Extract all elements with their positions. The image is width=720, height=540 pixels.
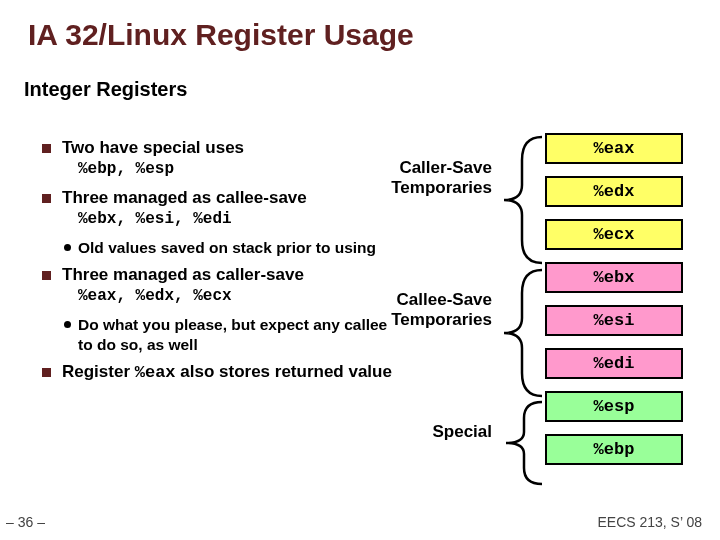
bullet-caller-save: Three managed as caller-save bbox=[62, 265, 392, 285]
course-footer: EECS 213, S’ 08 bbox=[597, 514, 702, 530]
bullet-list: Two have special uses %ebp, %esp Three m… bbox=[62, 138, 392, 384]
reg-eax: %eax bbox=[545, 133, 683, 164]
reg-esi: %esi bbox=[545, 305, 683, 336]
bullet-callee-save-note: Old values saved on stack prior to using bbox=[78, 238, 392, 257]
bracket-special-icon bbox=[494, 400, 544, 486]
reg-ebx: %ebx bbox=[545, 262, 683, 293]
bullet-callee-save: Three managed as callee-save bbox=[62, 188, 392, 208]
label-callee-save: Callee-Save Temporaries bbox=[372, 290, 492, 329]
bullet-special-uses-regs: %ebp, %esp bbox=[78, 160, 392, 178]
bullet-caller-save-note: Do what you please, but expect any calle… bbox=[78, 315, 392, 354]
bullet-return-reg: %eax bbox=[135, 363, 176, 382]
label-special: Special bbox=[420, 422, 492, 442]
label-caller-save: Caller-Save Temporaries bbox=[372, 158, 492, 197]
reg-edx: %edx bbox=[545, 176, 683, 207]
slide-number: – 36 – bbox=[6, 514, 45, 530]
bracket-caller-icon bbox=[494, 135, 544, 265]
bullet-special-uses: Two have special uses bbox=[62, 138, 392, 158]
slide-subtitle: Integer Registers bbox=[0, 52, 720, 101]
bullet-callee-save-regs: %ebx, %esi, %edi bbox=[78, 210, 392, 228]
register-column: %eax %edx %ecx %ebx %esi %edi %esp %ebp bbox=[545, 133, 683, 477]
bullet-return-pre: Register bbox=[62, 362, 135, 381]
bracket-callee-icon bbox=[494, 268, 544, 398]
reg-edi: %edi bbox=[545, 348, 683, 379]
bullet-return-post: also stores returned value bbox=[176, 362, 392, 381]
reg-ecx: %ecx bbox=[545, 219, 683, 250]
bullet-return-value: Register %eax also stores returned value bbox=[62, 362, 392, 382]
reg-esp: %esp bbox=[545, 391, 683, 422]
slide-title: IA 32/Linux Register Usage bbox=[0, 0, 720, 52]
bullet-caller-save-regs: %eax, %edx, %ecx bbox=[78, 287, 392, 305]
reg-ebp: %ebp bbox=[545, 434, 683, 465]
